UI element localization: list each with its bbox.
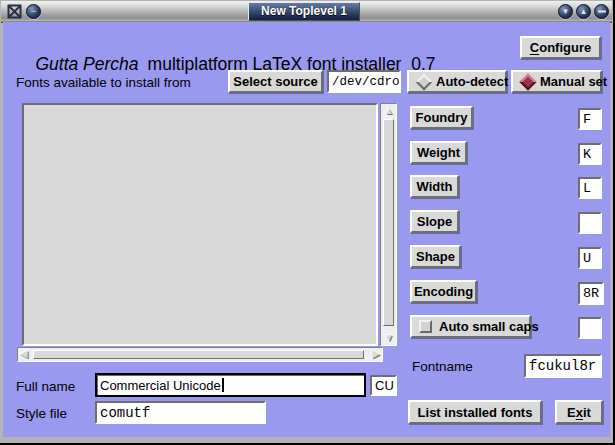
slope-button[interactable]: Slope — [410, 210, 459, 233]
auto-small-caps-code-input[interactable] — [578, 317, 602, 339]
manual-set-radio[interactable]: Manual set — [511, 70, 602, 93]
encoding-button[interactable]: Encoding — [410, 280, 477, 303]
weight-button[interactable]: Weight — [410, 141, 467, 164]
window-title: New Toplevel 1 — [248, 2, 360, 21]
window: − New Toplevel 1 ▾ ▴ Gutta Perchamultipl… — [0, 0, 615, 445]
full-name-input[interactable]: Commercial Unicode — [95, 373, 366, 397]
minimize-icon: − — [27, 5, 40, 17]
radio-diamond-selected-icon — [520, 73, 537, 90]
titlebar[interactable]: − New Toplevel 1 ▾ ▴ — [1, 1, 612, 23]
select-source-button[interactable]: Select source — [228, 70, 323, 93]
minimize-button[interactable]: − — [26, 4, 41, 19]
weight-code-input[interactable]: K — [578, 143, 602, 165]
scroll-up-icon[interactable]: ▲ — [384, 106, 394, 116]
source-label: Fonts available to install from — [16, 75, 191, 90]
auto-small-caps-checkbox[interactable]: Auto small caps — [410, 315, 531, 338]
scroll-left-icon[interactable]: ◀ — [20, 349, 28, 359]
text-cursor — [222, 378, 224, 392]
list-installed-fonts-button[interactable]: List installed fonts — [408, 400, 542, 424]
horizontal-scrollbar[interactable]: ◀ ▶ — [17, 347, 383, 362]
checkbox-indicator-icon — [419, 320, 432, 333]
horizontal-scrollbar-thumb[interactable] — [33, 350, 364, 359]
auto-detect-radio[interactable]: Auto-detect — [407, 70, 507, 93]
fontname-input[interactable]: fcukul8r — [524, 354, 602, 378]
unshade-button[interactable]: ▴ — [576, 4, 591, 19]
font-listbox[interactable] — [22, 103, 378, 346]
resize-icon — [598, 11, 606, 13]
style-file-label: Style file — [16, 406, 67, 421]
scroll-right-icon[interactable]: ▶ — [372, 349, 380, 359]
app-brand: Gutta Percha — [35, 54, 138, 74]
shade-button[interactable]: ▾ — [558, 4, 573, 19]
vertical-scrollbar[interactable]: ▲ ▼ — [380, 103, 397, 346]
device-path-input[interactable]: /dev/cdrom — [327, 70, 401, 93]
configure-button[interactable]: Configure — [520, 36, 601, 59]
scroll-down-icon[interactable]: ▼ — [384, 333, 394, 343]
foundry-code-input[interactable]: F — [578, 108, 602, 130]
exit-button[interactable]: Exit — [555, 400, 603, 424]
resize-button[interactable] — [594, 4, 609, 19]
shape-button[interactable]: Shape — [410, 245, 461, 268]
radio-diamond-icon — [416, 73, 433, 90]
slope-code-input[interactable] — [578, 212, 602, 234]
chevron-down-icon: ▾ — [559, 5, 572, 17]
vertical-scrollbar-thumb[interactable] — [383, 119, 394, 326]
chevron-up-icon: ▴ — [577, 5, 590, 17]
width-button[interactable]: Width — [410, 175, 459, 198]
shape-code-input[interactable]: U — [578, 247, 602, 269]
fontname-label: Fontname — [412, 359, 473, 374]
foundry-button[interactable]: Foundry — [410, 106, 473, 129]
encoding-code-input[interactable]: 8R — [578, 282, 604, 305]
window-menu-icon[interactable] — [7, 4, 22, 19]
full-name-abbrev-input[interactable]: CU — [370, 375, 397, 396]
full-name-label: Full name — [16, 379, 75, 394]
style-file-input[interactable]: comutf — [95, 401, 266, 424]
width-code-input[interactable]: L — [578, 177, 602, 199]
